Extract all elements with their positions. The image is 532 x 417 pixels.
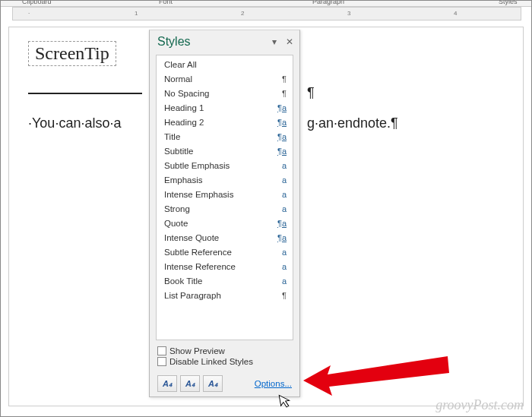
- style-item-name: Emphasis: [164, 175, 276, 185]
- ruler-tick: 1: [135, 10, 138, 17]
- checkbox-box[interactable]: [157, 346, 166, 355]
- style-type-icon: ¶: [276, 74, 287, 84]
- horizontal-ruler[interactable]: · 1 2 3 4: [12, 7, 521, 21]
- style-item[interactable]: Clear All: [157, 57, 293, 71]
- ribbon-group-clipboard: Clipboard: [22, 1, 52, 5]
- style-type-icon: a: [276, 175, 287, 185]
- style-inspector-button[interactable]: A₄: [180, 375, 200, 392]
- paragraph-mark: ¶: [307, 85, 315, 101]
- style-list[interactable]: Clear AllNormal¶No Spacing¶Heading 1¶aHe…: [156, 55, 293, 340]
- style-item-name: Title: [164, 132, 276, 141]
- style-item[interactable]: Title¶a: [157, 129, 293, 144]
- style-type-icon: a: [276, 248, 287, 257]
- style-item[interactable]: Stronga: [157, 201, 293, 216]
- style-type-icon: ¶a: [276, 219, 287, 228]
- styles-pane-title: Styles: [157, 35, 272, 49]
- style-item-name: Quote: [164, 219, 276, 228]
- style-item-name: Normal: [164, 74, 276, 84]
- style-item[interactable]: No Spacing¶: [157, 86, 293, 100]
- footnote-separator: [28, 93, 142, 94]
- disable-linked-label: Disable Linked Styles: [169, 357, 253, 366]
- style-type-icon: a: [276, 276, 287, 286]
- style-item-name: No Spacing: [164, 89, 276, 98]
- style-item[interactable]: Book Titlea: [157, 273, 293, 288]
- style-type-icon: a: [276, 190, 287, 199]
- style-item[interactable]: Subtitle¶a: [157, 144, 293, 158]
- show-preview-label: Show Preview: [169, 346, 225, 355]
- ribbon-group-font: Font: [159, 1, 173, 5]
- document-body[interactable]: ScreenTip ¶ ·You·can·also·a g·an·endnote…: [28, 41, 116, 75]
- watermark: groovyPost.com: [435, 397, 524, 413]
- style-item[interactable]: Heading 1¶a: [157, 100, 293, 115]
- new-style-button[interactable]: A₄: [157, 375, 177, 392]
- ribbon-group-paragraph: Paragraph: [312, 1, 344, 5]
- show-preview-checkbox[interactable]: Show Preview: [157, 346, 292, 355]
- disable-linked-checkbox[interactable]: Disable Linked Styles: [157, 357, 292, 366]
- style-item[interactable]: Intense Referencea: [157, 259, 293, 273]
- style-item[interactable]: Intense Quote¶a: [157, 230, 293, 245]
- style-item[interactable]: List Paragraph¶: [157, 288, 293, 302]
- style-item-name: Intense Quote: [164, 233, 276, 242]
- styles-pane: Styles ▾ ✕ Clear AllNormal¶No Spacing¶He…: [149, 30, 300, 397]
- style-item-name: Subtitle: [164, 147, 276, 156]
- styles-pane-footer: A₄ A₄ A₄ Options...: [150, 372, 299, 396]
- ruler-tick: ·: [28, 10, 30, 17]
- style-item-name: Clear All: [164, 60, 276, 69]
- dropdown-icon[interactable]: ▾: [272, 36, 277, 47]
- style-item[interactable]: Quote¶a: [157, 216, 293, 230]
- styles-pane-options: Show Preview Disable Linked Styles: [150, 345, 299, 372]
- style-type-icon: a: [276, 262, 287, 271]
- styles-pane-header: Styles ▾ ✕: [150, 30, 299, 52]
- style-type-icon: ¶a: [276, 118, 287, 127]
- style-item-name: Intense Emphasis: [164, 190, 276, 199]
- style-item-name: List Paragraph: [164, 291, 276, 300]
- ribbon-fragment: Clipboard Font Paragraph Styles: [1, 1, 531, 7]
- manage-styles-button[interactable]: A₄: [203, 375, 223, 392]
- style-item[interactable]: Heading 2¶a: [157, 115, 293, 129]
- style-type-icon: ¶a: [276, 132, 287, 141]
- style-item-name: Subtle Reference: [164, 248, 276, 257]
- style-type-icon: ¶a: [276, 147, 287, 156]
- style-item[interactable]: Normal¶: [157, 71, 293, 86]
- style-type-icon: ¶: [276, 89, 287, 98]
- style-item[interactable]: Intense Emphasisa: [157, 187, 293, 201]
- ruler-tick: 3: [347, 10, 350, 17]
- options-link[interactable]: Options...: [255, 379, 292, 388]
- checkbox-box[interactable]: [157, 357, 166, 366]
- style-item[interactable]: Subtle Emphasisa: [157, 158, 293, 172]
- ribbon-group-styles: Styles: [499, 1, 518, 5]
- screenshot-frame: Clipboard Font Paragraph Styles · 1 2 3 …: [0, 0, 532, 417]
- close-icon[interactable]: ✕: [286, 36, 293, 47]
- style-type-icon: a: [276, 204, 287, 213]
- style-item-name: Strong: [164, 204, 276, 213]
- style-type-icon: ¶a: [276, 233, 287, 242]
- style-item-name: Heading 1: [164, 103, 276, 112]
- style-item-name: Book Title: [164, 276, 276, 286]
- ruler-tick: 2: [241, 10, 244, 17]
- style-item[interactable]: Emphasisa: [157, 172, 293, 187]
- style-type-icon: a: [276, 161, 287, 170]
- body-text-left: ·You·can·also·a: [28, 115, 121, 131]
- style-item-name: Heading 2: [164, 118, 276, 127]
- ruler-tick: 4: [454, 10, 457, 17]
- style-type-icon: ¶a: [276, 103, 287, 112]
- style-type-icon: ¶: [276, 291, 287, 300]
- screentip-field[interactable]: ScreenTip: [28, 41, 116, 66]
- style-item-name: Intense Reference: [164, 262, 276, 271]
- style-item[interactable]: Subtle Referencea: [157, 245, 293, 259]
- body-text-right: g·an·endnote.¶: [307, 115, 398, 131]
- style-item-name: Subtle Emphasis: [164, 161, 276, 170]
